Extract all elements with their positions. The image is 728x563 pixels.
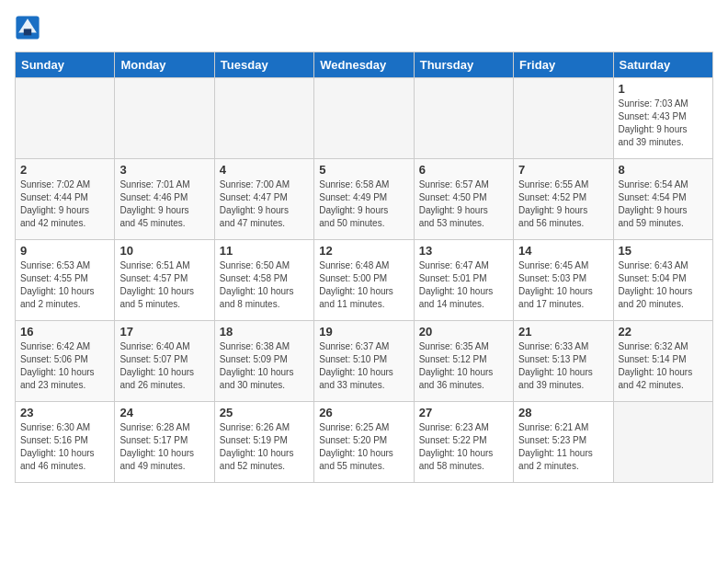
calendar-day-empty (115, 78, 214, 159)
calendar-day-4: 4Sunrise: 7:00 AM Sunset: 4:47 PM Daylig… (214, 159, 313, 240)
calendar-day-empty (214, 78, 313, 159)
day-info: Sunrise: 6:21 AM Sunset: 5:23 PM Dayligh… (518, 421, 608, 473)
day-number: 24 (119, 406, 209, 419)
day-info: Sunrise: 6:25 AM Sunset: 5:20 PM Dayligh… (319, 421, 408, 473)
weekday-header-tuesday: Tuesday (214, 52, 313, 78)
day-number: 28 (518, 406, 608, 419)
day-info: Sunrise: 6:33 AM Sunset: 5:13 PM Dayligh… (518, 340, 608, 392)
day-number: 3 (119, 163, 209, 177)
calendar-week-row: 2Sunrise: 7:02 AM Sunset: 4:44 PM Daylig… (16, 159, 713, 240)
calendar-day-2: 2Sunrise: 7:02 AM Sunset: 4:44 PM Daylig… (16, 159, 115, 240)
calendar-day-3: 3Sunrise: 7:01 AM Sunset: 4:46 PM Daylig… (115, 159, 214, 240)
day-info: Sunrise: 6:53 AM Sunset: 4:55 PM Dayligh… (20, 259, 109, 311)
day-number: 21 (518, 325, 608, 339)
day-number: 15 (619, 244, 708, 258)
day-info: Sunrise: 6:40 AM Sunset: 5:07 PM Dayligh… (119, 340, 209, 392)
calendar-day-5: 5Sunrise: 6:58 AM Sunset: 4:49 PM Daylig… (314, 159, 414, 240)
day-number: 27 (419, 406, 508, 419)
day-info: Sunrise: 7:03 AM Sunset: 4:43 PM Dayligh… (619, 98, 708, 149)
day-number: 1 (619, 82, 708, 96)
calendar-day-27: 27Sunrise: 6:23 AM Sunset: 5:22 PM Dayli… (414, 402, 513, 483)
calendar-day-empty (613, 402, 712, 483)
day-number: 17 (119, 325, 209, 339)
weekday-header-wednesday: Wednesday (314, 52, 414, 78)
day-info: Sunrise: 6:48 AM Sunset: 5:00 PM Dayligh… (319, 259, 408, 311)
calendar-week-row: 1Sunrise: 7:03 AM Sunset: 4:43 PM Daylig… (16, 78, 713, 159)
calendar-day-9: 9Sunrise: 6:53 AM Sunset: 4:55 PM Daylig… (16, 240, 115, 321)
day-info: Sunrise: 6:35 AM Sunset: 5:12 PM Dayligh… (419, 340, 508, 392)
day-number: 14 (518, 244, 608, 258)
day-number: 4 (220, 163, 309, 177)
day-number: 9 (20, 244, 109, 258)
calendar-day-11: 11Sunrise: 6:50 AM Sunset: 4:58 PM Dayli… (214, 240, 313, 321)
day-number: 6 (419, 163, 508, 177)
calendar-day-20: 20Sunrise: 6:35 AM Sunset: 5:12 PM Dayli… (414, 321, 513, 402)
weekday-header-saturday: Saturday (613, 52, 712, 78)
day-number: 23 (20, 406, 109, 419)
day-number: 16 (20, 325, 109, 339)
calendar-week-row: 23Sunrise: 6:30 AM Sunset: 5:16 PM Dayli… (16, 402, 713, 483)
logo (15, 15, 44, 40)
calendar-day-26: 26Sunrise: 6:25 AM Sunset: 5:20 PM Dayli… (314, 402, 414, 483)
day-number: 12 (319, 244, 408, 258)
calendar-day-22: 22Sunrise: 6:32 AM Sunset: 5:14 PM Dayli… (613, 321, 712, 402)
calendar-day-19: 19Sunrise: 6:37 AM Sunset: 5:10 PM Dayli… (314, 321, 414, 402)
day-info: Sunrise: 6:42 AM Sunset: 5:06 PM Dayligh… (20, 340, 109, 392)
day-number: 26 (319, 406, 408, 419)
day-number: 5 (319, 163, 408, 177)
weekday-header-thursday: Thursday (414, 52, 513, 78)
day-number: 20 (419, 325, 508, 339)
logo-icon (15, 15, 40, 40)
calendar-day-14: 14Sunrise: 6:45 AM Sunset: 5:03 PM Dayli… (514, 240, 613, 321)
day-number: 8 (619, 163, 708, 177)
calendar-day-21: 21Sunrise: 6:33 AM Sunset: 5:13 PM Dayli… (514, 321, 613, 402)
weekday-header-monday: Monday (115, 52, 214, 78)
day-info: Sunrise: 6:57 AM Sunset: 4:50 PM Dayligh… (419, 178, 508, 230)
calendar-day-18: 18Sunrise: 6:38 AM Sunset: 5:09 PM Dayli… (214, 321, 313, 402)
day-info: Sunrise: 6:30 AM Sunset: 5:16 PM Dayligh… (20, 421, 109, 473)
calendar-day-13: 13Sunrise: 6:47 AM Sunset: 5:01 PM Dayli… (414, 240, 513, 321)
calendar-day-empty (314, 78, 414, 159)
day-info: Sunrise: 6:50 AM Sunset: 4:58 PM Dayligh… (220, 259, 309, 311)
day-number: 11 (220, 244, 309, 258)
day-info: Sunrise: 6:37 AM Sunset: 5:10 PM Dayligh… (319, 340, 408, 392)
day-info: Sunrise: 6:26 AM Sunset: 5:19 PM Dayligh… (220, 421, 309, 473)
day-number: 25 (220, 406, 309, 419)
day-number: 18 (220, 325, 309, 339)
day-number: 7 (518, 163, 608, 177)
day-info: Sunrise: 6:28 AM Sunset: 5:17 PM Dayligh… (119, 421, 209, 473)
day-info: Sunrise: 7:00 AM Sunset: 4:47 PM Dayligh… (220, 178, 309, 230)
calendar-table: SundayMondayTuesdayWednesdayThursdayFrid… (15, 52, 713, 483)
day-number: 2 (20, 163, 109, 177)
day-info: Sunrise: 7:01 AM Sunset: 4:46 PM Dayligh… (119, 178, 209, 230)
day-info: Sunrise: 6:47 AM Sunset: 5:01 PM Dayligh… (419, 259, 508, 311)
day-info: Sunrise: 6:58 AM Sunset: 4:49 PM Dayligh… (319, 178, 408, 230)
page-header (15, 15, 713, 40)
calendar-day-1: 1Sunrise: 7:03 AM Sunset: 4:43 PM Daylig… (613, 78, 712, 159)
day-info: Sunrise: 6:55 AM Sunset: 4:52 PM Dayligh… (518, 178, 608, 230)
calendar-day-23: 23Sunrise: 6:30 AM Sunset: 5:16 PM Dayli… (16, 402, 115, 483)
day-info: Sunrise: 6:45 AM Sunset: 5:03 PM Dayligh… (518, 259, 608, 311)
calendar-day-7: 7Sunrise: 6:55 AM Sunset: 4:52 PM Daylig… (514, 159, 613, 240)
day-number: 22 (619, 325, 708, 339)
calendar-day-12: 12Sunrise: 6:48 AM Sunset: 5:00 PM Dayli… (314, 240, 414, 321)
calendar-day-25: 25Sunrise: 6:26 AM Sunset: 5:19 PM Dayli… (214, 402, 313, 483)
day-info: Sunrise: 6:23 AM Sunset: 5:22 PM Dayligh… (419, 421, 508, 473)
day-number: 10 (119, 244, 209, 258)
calendar-day-empty (414, 78, 513, 159)
day-info: Sunrise: 6:32 AM Sunset: 5:14 PM Dayligh… (619, 340, 708, 392)
calendar-week-row: 16Sunrise: 6:42 AM Sunset: 5:06 PM Dayli… (16, 321, 713, 402)
day-info: Sunrise: 6:54 AM Sunset: 4:54 PM Dayligh… (619, 178, 708, 230)
calendar-week-row: 9Sunrise: 6:53 AM Sunset: 4:55 PM Daylig… (16, 240, 713, 321)
weekday-header-friday: Friday (514, 52, 613, 78)
day-info: Sunrise: 6:43 AM Sunset: 5:04 PM Dayligh… (619, 259, 708, 311)
calendar-day-15: 15Sunrise: 6:43 AM Sunset: 5:04 PM Dayli… (613, 240, 712, 321)
calendar-day-24: 24Sunrise: 6:28 AM Sunset: 5:17 PM Dayli… (115, 402, 214, 483)
weekday-header-row: SundayMondayTuesdayWednesdayThursdayFrid… (16, 52, 713, 78)
day-number: 19 (319, 325, 408, 339)
day-number: 13 (419, 244, 508, 258)
svg-rect-2 (24, 29, 31, 35)
calendar-day-17: 17Sunrise: 6:40 AM Sunset: 5:07 PM Dayli… (115, 321, 214, 402)
day-info: Sunrise: 7:02 AM Sunset: 4:44 PM Dayligh… (20, 178, 109, 230)
day-info: Sunrise: 6:51 AM Sunset: 4:57 PM Dayligh… (119, 259, 209, 311)
